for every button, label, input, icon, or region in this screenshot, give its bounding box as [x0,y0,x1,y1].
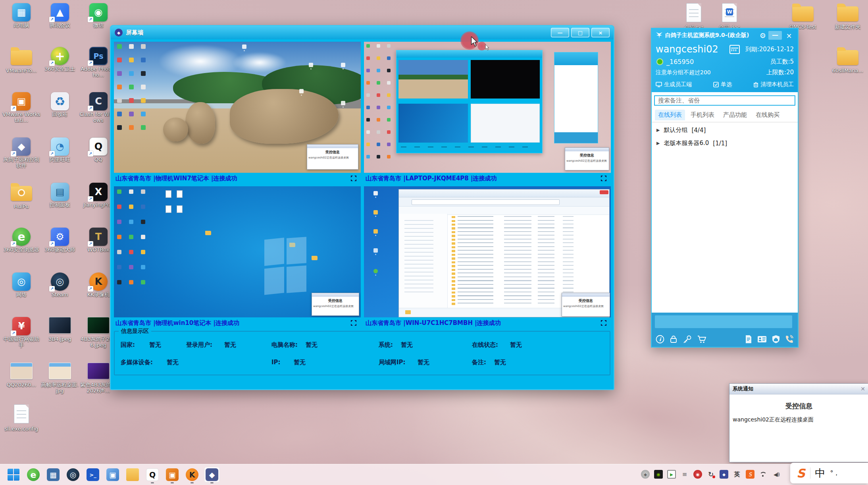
desktop-icon[interactable]: ◔↗阿里旺旺 [41,137,79,163]
taskbar-browser-360[interactable]: e [25,467,41,483]
remote-screen-cell-1[interactable]: 受控信息wangceshi02正在远程连接桌面 山东省青岛市 |物理机WIN7笔… [114,42,361,184]
expand-icon[interactable] [350,319,358,327]
single-select-button[interactable]: 单选 [713,81,732,88]
desktop-icon[interactable]: 60sllMana... [829,47,867,74]
gear-icon[interactable]: ⚙ [760,31,766,40]
desktop-icon[interactable]: ▤控制面板 [41,183,79,208]
search-input[interactable] [654,95,795,106]
desktop-icon[interactable]: 3B4.jpeg [41,317,79,342]
group-note: 注意单分组不超过200 [656,69,766,76]
expand-icon[interactable] [600,319,608,327]
taskbar-steam[interactable]: ◎ [65,467,81,483]
tray-nvidia-icon[interactable]: ◉ [654,470,663,479]
taskbar-vmware[interactable]: ▣ [164,467,180,483]
desktop-icon[interactable]: e↗360安全浏览器 [2,228,40,253]
tray-kk-red-icon[interactable]: ◉ [693,470,702,479]
tray-volume-mixer-icon[interactable]: ≡ [680,470,689,479]
remote-screen-cell-2[interactable]: 受控信息wangceshi02正在远程连接桌面 山东省青岛市 |LAPTOP-J… [364,42,611,184]
cell-caption-4: 山东省青岛市 |WIN-U7C1HC7BMBH |连接成功 [364,317,611,328]
taskbar-file-explorer[interactable] [125,467,140,483]
tray-pigeon-blue-icon[interactable]: ◆ [720,470,728,479]
taskbar-calculator[interactable]: ▦ [45,467,61,483]
desktop-icon[interactable]: 高帧率远程桌面.jpg [41,363,79,394]
tray-ime-en-icon[interactable]: 英 [733,470,741,479]
desktop-icon[interactable]: +↗360安全卫士 [41,47,79,72]
taskbar-kk-recorder[interactable]: K [184,467,200,483]
desktop-icon[interactable]: W合同.doc [710,3,749,31]
desktop-icon[interactable]: ◎↗Steam [41,272,79,298]
chevron-right-icon[interactable]: ▶ [656,128,660,133]
tray-recording-sync-icon[interactable]: ↻ [706,470,715,479]
tab-item[interactable]: 手机列表 [687,110,718,122]
clean-local-button[interactable]: 清理本机员工 [753,81,794,88]
cart-icon[interactable] [697,335,706,344]
shield-home-icon[interactable] [772,335,780,344]
group-row[interactable]: ▶默认分组[4/4] [652,122,798,135]
desktop-icon[interactable]: QQ20260... [2,363,40,388]
info-field: 登录用户:暂无 [186,341,236,349]
tray-wifi-icon[interactable] [759,470,768,479]
info-icon[interactable]: i [656,335,664,344]
phone-icon[interactable] [785,335,794,344]
taskbar-start-button[interactable] [6,467,21,483]
taskbar-pigeon-monitor[interactable]: ◆ [204,467,220,483]
desktop-icon[interactable]: ◆↗灰鸽子远程控制软件 [2,137,40,169]
ime-punctuation-toggle[interactable]: °， [830,469,840,477]
remote-screen-cell-4[interactable]: 受控信息wangceshi02正在远程连接桌面 山东省青岛市 |WIN-U7C1… [364,186,611,328]
desktop-icon[interactable]: ▦此电脑 [2,3,40,29]
desktop-icon[interactable]: ▲↗腾讯会议 [41,3,79,29]
file-icon [686,3,701,22]
desktop-icon[interactable]: ¥↗中国银行网银助手 [2,317,40,348]
account-id: _165950 [666,58,770,66]
vmware-icon: ▣ [166,468,179,481]
sogou-logo[interactable]: S [797,466,805,480]
taskbar-qq[interactable]: Q [144,467,160,483]
close-button[interactable]: × [591,28,610,37]
desktop-icon[interactable]: 介绍.txt [675,3,713,31]
key-icon[interactable] [683,335,692,344]
desktop-icon[interactable]: ◎网络 [2,272,40,298]
tab-active[interactable]: 在线列表 [655,110,685,120]
chevron-right-icon[interactable]: ▶ [656,141,660,146]
report-doc-icon[interactable] [745,335,753,344]
desktop-icon[interactable]: 新建文件夹 [829,3,867,30]
taskbar-remote-desktop[interactable]: ▣ [105,467,121,483]
tray-pigeon-gray-icon[interactable]: ◆ [641,470,650,479]
tray-screen-share-icon[interactable]: ▶ [667,470,676,479]
panel-command-input[interactable] [655,315,792,328]
desktop-icon[interactable]: ▣↗VMware Workstati... [2,92,40,124]
notification-titlebar[interactable]: 系统通知 ✕ [729,384,868,394]
maximize-button[interactable]: □ [571,28,589,37]
expand-icon[interactable] [350,174,358,182]
desktop-icon[interactable]: sll.exe.config [2,404,40,432]
desktop-icon[interactable]: ◉↗微信 [79,3,117,29]
tab-item[interactable]: 产品功能 [720,110,750,122]
taskbar-powershell[interactable]: >_ [85,467,101,483]
ime-toolbar[interactable]: S 中 °， [790,463,868,483]
lock-icon[interactable] [669,335,678,344]
info-field: 国家:暂无 [121,341,161,349]
tray-sogou-icon[interactable]: S [746,470,754,479]
expand-icon[interactable] [600,174,608,182]
screen-wall-titlebar[interactable]: ◆ 屏幕墙 — □ × [111,26,614,39]
notification-close-icon[interactable]: ✕ [860,386,865,392]
desktop-icon[interactable]: HuiPu [2,183,40,210]
desktop-icon[interactable]: OMCS-Test [784,3,822,30]
panel-minimize-button[interactable]: — [768,31,782,40]
desktop-icon[interactable]: ⚙↗360驱动大师 [41,228,79,253]
desktop-icon[interactable]: VMwareTo... [2,47,40,74]
panel-close-button[interactable]: × [784,31,794,40]
id-card-icon[interactable] [757,335,767,344]
generate-client-button[interactable]: 生成员工端 [656,81,692,88]
desktop-icon-label: 网络 [2,292,40,298]
calendar-icon[interactable] [729,45,740,54]
minimize-button[interactable]: — [551,28,569,37]
remote-screen-cell-3[interactable]: 受控信息wangceshi02正在远程连接桌面 山东省青岛市 |物理机win10… [114,186,361,328]
tab-item[interactable]: 在线购买 [753,110,783,122]
word-doc-icon: W [722,3,737,22]
desktop-icon[interactable]: ♻回收站 [41,92,79,118]
group-row[interactable]: ▶老版本服务器6.0[1/1] [652,135,798,149]
ime-language-toggle[interactable]: 中 [815,466,826,480]
desktop-icon-label: HuiPu [2,204,40,210]
tray-speaker-icon[interactable]: ◀)) [772,470,781,479]
